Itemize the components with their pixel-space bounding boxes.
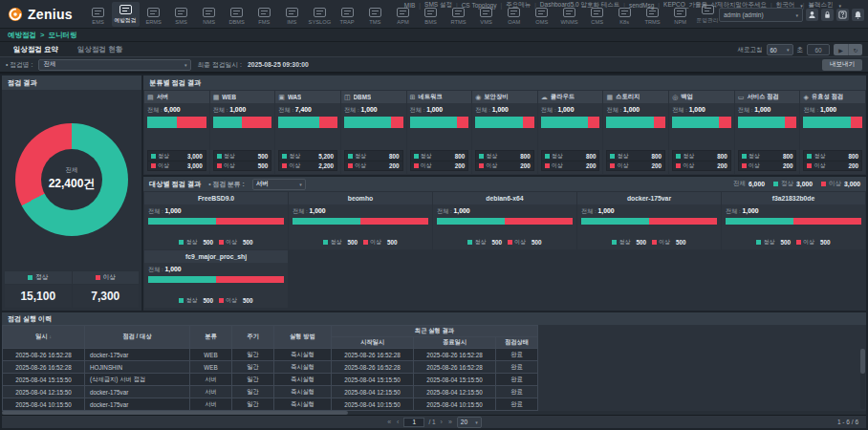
nav-item-sms[interactable]: SMS [167, 5, 195, 27]
page-size-select[interactable]: 20▾ [457, 417, 482, 428]
abnormal-count: 7,300 [73, 285, 140, 308]
history-row[interactable]: 2025-08-04 12:15:50docker-175var서버일간즉시실행… [3, 386, 538, 398]
category-card-cloud: ☁클라우드 전체 : 1,000 정상800 이상200 [538, 91, 603, 174]
zenius-logo[interactable]: Zenius [0, 0, 84, 28]
col-date[interactable]: 일시 ↓ [3, 326, 85, 349]
alarm-button[interactable] [852, 9, 864, 21]
target-normal: 3,000 [796, 181, 813, 187]
chevron-down-icon: ▾ [787, 47, 790, 53]
help-button[interactable] [836, 9, 849, 21]
history-table: 일시 ↓ 점검 / 대상 분류 주기 실행 방법 최근 실행 결과 시작일시 종… [2, 325, 538, 415]
check-name-select[interactable]: 전체▾ [38, 59, 191, 71]
normal-swatch [612, 240, 617, 245]
next-page-button[interactable]: › [440, 419, 444, 425]
col-target[interactable]: 점검 / 대상 [85, 326, 190, 349]
result-bar [148, 276, 284, 283]
play-button[interactable]: ▶ [834, 44, 848, 55]
normal-swatch [28, 275, 33, 280]
link-dashboard-test[interactable]: Dashboard5.0 암호화 테스트 [536, 1, 623, 10]
abnormal-swatch [479, 163, 484, 168]
refresh-interval-select[interactable]: 60▾ [767, 44, 793, 55]
history-row[interactable]: 2025-08-04 10:15:50docker-175var서버일간즉시실행… [3, 398, 538, 411]
nav-item-tms[interactable]: TMS [361, 5, 389, 27]
nav-item-prevention-check[interactable]: 예방점검 [112, 2, 140, 27]
breadcrumb-section[interactable]: 예방점검 [8, 31, 36, 40]
donut-center-label: 전체 [66, 166, 78, 175]
play-icon: ▶ [838, 47, 843, 54]
page-input[interactable]: 1 [403, 418, 424, 427]
chevron-down-icon: ▾ [475, 419, 478, 425]
category-card-web: ▦WEB 전체 : 1,000 정상500 이상500 [210, 91, 275, 174]
target-card-debian6: debian6-x64 전체 : 1,000 정상500이상500 [433, 192, 576, 249]
col-state[interactable]: 점검상태 [496, 337, 538, 349]
abnormal-swatch [414, 163, 419, 168]
target-name: docker-175var [577, 192, 721, 204]
user-profile-button[interactable] [806, 9, 818, 21]
bell-icon [854, 11, 862, 19]
col-method[interactable]: 실행 방법 [274, 326, 332, 349]
abnormal-swatch [821, 182, 826, 186]
nms-icon [203, 8, 215, 17]
normal-swatch [179, 298, 184, 303]
last-page-button[interactable]: » [447, 419, 453, 425]
refresh-unit: 초 [797, 46, 804, 54]
result-bar [581, 218, 717, 225]
abnormal-swatch [545, 163, 550, 168]
nav-item-nms[interactable]: NMS [195, 5, 223, 27]
user-icon [808, 11, 816, 19]
col-start[interactable]: 시작일시 [332, 337, 414, 349]
col-cycle[interactable]: 주기 [232, 326, 274, 349]
abnormal-swatch [96, 275, 100, 280]
nav-item-erms[interactable]: ERMS [140, 5, 167, 27]
nav-item-fms[interactable]: FMS [250, 5, 278, 27]
row-range: 1 - 6 / 6 [837, 419, 858, 425]
target-cards: FreeBSD9.0 전체 : 1,000 정상500이상500 beomho … [143, 191, 866, 311]
scrollbar-thumb[interactable] [860, 349, 865, 374]
history-row[interactable]: 2025-08-04 15:15:50(삭제금지) 서버 점검서버일간즉시실행2… [3, 374, 538, 386]
result-bar [213, 117, 272, 128]
link-cs-topology[interactable]: CS Topology [458, 2, 501, 9]
first-page-button[interactable]: « [386, 419, 392, 425]
link-mib[interactable]: MIB [401, 2, 420, 9]
nav-item-syslog[interactable]: SYSLOG [306, 5, 334, 27]
abnormal-swatch [151, 163, 156, 168]
normal-swatch [756, 240, 761, 245]
check-name-label: • 점검명 : [6, 60, 33, 70]
tab-daily-summary[interactable]: 일상점검 요약 [4, 42, 68, 56]
nav-item-trap[interactable]: TRAP [334, 5, 361, 27]
refresh-controls: 새로고침 60▾ 초 60 ▶ ↻ [738, 44, 863, 55]
user-area: admin (admin)▾ [719, 8, 864, 22]
syslog-icon [314, 8, 326, 17]
vertical-scrollbar[interactable] [860, 349, 865, 409]
history-row[interactable]: 2025-08-26 16:52:28HOJINSHINWEB일간즉시실행202… [3, 361, 538, 374]
link-main-menu[interactable]: 주요메뉴 [502, 1, 534, 10]
sort-desc-icon: ↓ [49, 333, 52, 339]
network-icon: ⊞ [410, 94, 416, 100]
col-category[interactable]: 분류 [190, 326, 232, 349]
status-badge: 완료 [496, 361, 538, 374]
lock-button[interactable] [821, 9, 834, 21]
export-button[interactable]: 내보내기 [822, 59, 862, 71]
history-row[interactable]: 2025-08-26 16:52:28docker-175varWEB일간즉시실… [3, 349, 538, 361]
abnormal-swatch [807, 163, 812, 168]
link-sendmsg[interactable]: sendMsg [625, 2, 658, 9]
nav-item-ems[interactable]: EMS [84, 5, 112, 27]
prev-page-button[interactable]: ‹ [396, 419, 400, 425]
abnormal-swatch [363, 240, 368, 245]
nav-item-dbms[interactable]: DBMS [223, 5, 250, 27]
normal-swatch [807, 154, 812, 159]
reload-button[interactable]: ↻ [848, 44, 862, 55]
abnormal-swatch [742, 163, 747, 168]
content: 점검 결과 전체 22,400건 정상 이상 15,100 7,300 분류별 … [0, 74, 868, 430]
target-name: fc9_major_proc_shj [144, 250, 288, 263]
link-sms-settings[interactable]: SMS 설정 [421, 1, 456, 10]
col-end[interactable]: 종료일시 [414, 337, 496, 349]
category-card-was: ▣WAS 전체 : 7,400 정상5,200 이상2,200 [275, 91, 340, 174]
user-menu[interactable]: admin (admin)▾ [719, 8, 803, 22]
status-badge: 완료 [496, 398, 538, 411]
target-category-select[interactable]: 서버▾ [252, 179, 306, 190]
sms-icon [175, 8, 187, 17]
nav-item-ims[interactable]: IMS [278, 5, 306, 27]
tab-daily-status[interactable]: 일상점검 현황 [68, 42, 132, 56]
shield-icon: ◉ [475, 94, 481, 100]
